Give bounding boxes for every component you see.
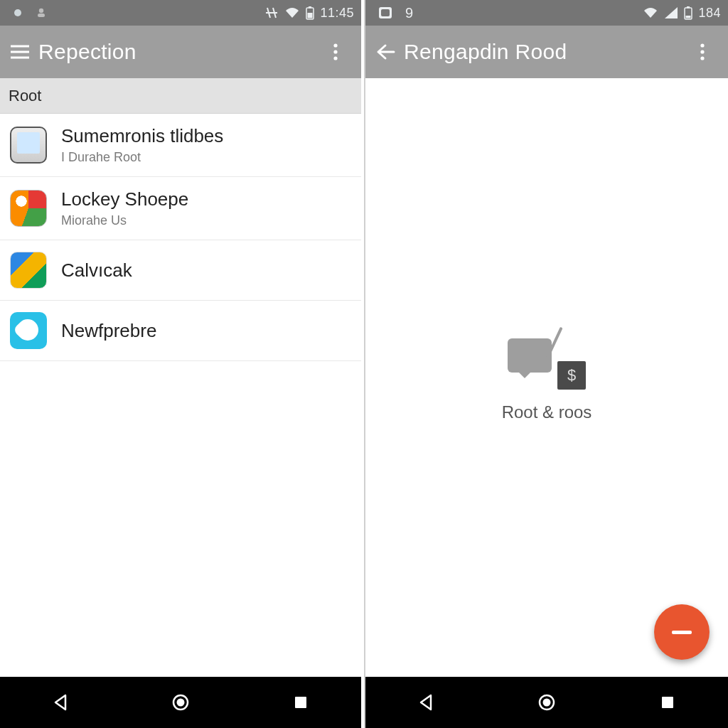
overflow-menu-icon[interactable]: [321, 38, 350, 66]
list-item[interactable]: Calvıcak: [0, 240, 361, 301]
svg-point-18: [700, 50, 704, 53]
nav-home-icon[interactable]: [168, 690, 193, 715]
svg-rect-4: [308, 13, 313, 18]
app-icon-phone: [10, 312, 47, 349]
app-icon-colorwheel: [10, 190, 47, 227]
section-header: Root: [0, 78, 361, 114]
back-arrow-icon[interactable]: [371, 38, 400, 66]
list-item-subtitle: Miorahe Us: [61, 213, 188, 228]
status-time: 184: [698, 6, 721, 21]
svg-rect-5: [309, 6, 311, 9]
hamburger-icon[interactable]: [6, 38, 34, 66]
toolbar: Rengapdin Rood: [365, 26, 728, 78]
svg-rect-15: [686, 16, 691, 18]
svg-rect-22: [662, 697, 673, 708]
misc-status-icon: [264, 6, 279, 19]
screenshot-notif-icon: [378, 6, 392, 19]
profile-icon: [36, 7, 47, 18]
list-item[interactable]: Lockey Shoepe Miorahe Us: [0, 177, 361, 240]
status-bar: 11:45: [0, 0, 361, 26]
battery-low-icon: [684, 6, 692, 20]
phone-right: 9 184 Rengapdin Rood: [364, 0, 728, 728]
nav-back-icon[interactable]: [413, 690, 439, 715]
list-item-title: Lockey Shoepe: [61, 188, 188, 210]
svg-rect-16: [687, 6, 690, 9]
cell-signal-icon: [664, 6, 678, 19]
section-header-label: Root: [9, 87, 41, 105]
dollar-badge-icon: $: [557, 361, 586, 390]
toolbar: Repection: [0, 26, 361, 78]
svg-rect-11: [295, 697, 306, 708]
app-icon-tablet: [10, 127, 47, 164]
nav-home-icon[interactable]: [534, 690, 560, 715]
svg-point-7: [333, 50, 337, 53]
empty-state-label: Root & roos: [502, 402, 592, 422]
svg-rect-2: [38, 14, 45, 17]
list-item-subtitle: I Durahe Root: [61, 150, 223, 165]
toolbar-title: Repection: [38, 40, 321, 64]
minus-icon: [672, 631, 692, 634]
empty-state-icon: $: [508, 333, 586, 390]
app-icon-triangle: [10, 252, 47, 289]
svg-point-6: [333, 43, 337, 47]
svg-point-10: [176, 699, 184, 707]
nav-recents-icon[interactable]: [655, 690, 680, 715]
notification-dot-icon: [13, 8, 23, 18]
notif-count: 9: [405, 5, 414, 21]
list-item-title: Newfprebre: [61, 320, 156, 342]
wifi-icon: [643, 6, 658, 19]
status-bar: 9 184: [365, 0, 728, 26]
nav-back-icon[interactable]: [48, 690, 73, 715]
system-nav-bar: [365, 677, 728, 728]
svg-point-1: [39, 9, 43, 13]
list-item[interactable]: Newfprebre: [0, 301, 361, 361]
nav-recents-icon[interactable]: [288, 690, 314, 715]
phone-left: 11:45 Repection Root Sumemronis tlidbes …: [0, 0, 364, 728]
battery-icon: [306, 6, 314, 20]
list-item[interactable]: Sumemronis tlidbes I Durahe Root: [0, 114, 361, 177]
svg-rect-13: [381, 9, 390, 16]
overflow-menu-icon[interactable]: [688, 38, 717, 66]
toolbar-title: Rengapdin Rood: [404, 40, 688, 64]
fab-button[interactable]: [654, 604, 710, 660]
app-list: Sumemronis tlidbes I Durahe Root Lockey …: [0, 114, 361, 677]
svg-point-17: [700, 43, 704, 47]
empty-state: $ Root & roos: [365, 78, 728, 677]
list-item-title: Sumemronis tlidbes: [61, 125, 223, 147]
svg-point-0: [14, 9, 21, 16]
list-item-title: Calvıcak: [61, 259, 132, 282]
svg-point-8: [333, 56, 337, 60]
svg-point-21: [543, 699, 551, 707]
svg-point-19: [700, 56, 704, 60]
status-time: 11:45: [320, 6, 354, 21]
wifi-icon: [284, 6, 300, 19]
system-nav-bar: [0, 677, 361, 728]
